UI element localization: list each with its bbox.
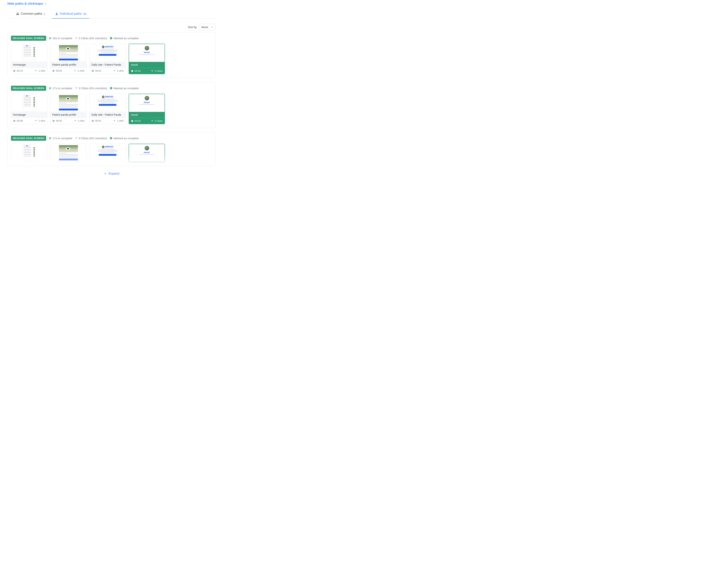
step-title: Homepage — [11, 62, 47, 68]
path-step[interactable]: Homepage00:141 click — [11, 44, 47, 74]
click-count: 3 Clicks (0% misclicks) — [75, 136, 107, 140]
step-title: Daily rate - Patient Panda — [90, 112, 126, 118]
time-to-complete: 17s to complete — [49, 87, 72, 90]
time-to-complete: 17s to complete — [49, 136, 72, 140]
paths-tabs: Common paths 1 Individual paths 30 — [7, 10, 216, 19]
svg-point-35 — [76, 120, 76, 120]
step-time: 00:03 — [131, 120, 141, 122]
path-step[interactable]: Hired!Hired!00:030 clicks — [129, 94, 165, 124]
svg-point-31 — [37, 120, 37, 120]
step-thumbnail — [11, 44, 47, 62]
step-thumbnail: Hired! — [129, 44, 165, 62]
tab-individual-count: 30 — [83, 12, 86, 16]
path-step[interactable]: Homepage00:091 click — [11, 94, 47, 124]
step-thumbnail: Hired! — [129, 144, 165, 162]
session-card: REACHED GOAL SCREEN17s to complete3 Clic… — [7, 82, 216, 128]
marked-complete: Marked as complete — [110, 37, 139, 40]
path-step[interactable]: $600USDDaily rate - Patient Panda00:011 … — [89, 44, 126, 74]
step-footer: 00:040 clicks — [129, 68, 165, 74]
step-time: 00:09 — [13, 119, 23, 122]
step-title: Homepage — [11, 112, 47, 118]
path-step[interactable]: Hired! — [129, 144, 165, 162]
step-thumbnail: $600USD — [90, 94, 126, 112]
tab-common-label: Common paths — [21, 12, 42, 16]
step-clicks: 0 clicks — [151, 69, 163, 72]
sessions-list: REACHED GOAL SCREEN20s to complete3 Clic… — [7, 32, 216, 166]
step-thumbnail: $600USD — [90, 144, 126, 162]
goal-badge: REACHED GOAL SCREEN — [11, 136, 46, 141]
svg-point-47 — [77, 137, 77, 137]
step-footer: 00:021 click — [90, 118, 126, 124]
step-time: 00:04 — [131, 69, 141, 72]
marked-complete: Marked as complete — [110, 136, 139, 140]
step-clicks: 1 click — [35, 69, 45, 72]
step-footer: 00:030 clicks — [129, 118, 165, 124]
step-clicks: 1 click — [35, 119, 45, 122]
path-step[interactable]: Patient panda profile00:021 click — [50, 44, 86, 74]
expand-button[interactable]: Expand — [7, 170, 216, 176]
sort-value: None — [202, 25, 208, 29]
path-step[interactable] — [50, 144, 86, 162]
path-step[interactable]: $600USDDaily rate - Patient Panda00:021 … — [89, 94, 126, 124]
expand-label: Expand — [109, 172, 119, 175]
session-header: REACHED GOAL SCREEN20s to complete3 Clic… — [11, 36, 212, 41]
marked-complete: Marked as complete — [110, 87, 139, 90]
step-time: 00:02 — [52, 69, 62, 72]
goal-badge: REACHED GOAL SCREEN — [11, 86, 46, 91]
svg-point-5 — [77, 37, 77, 37]
chevron-up-icon — [44, 2, 47, 5]
toggle-label: Hide paths & clickmaps — [7, 2, 43, 5]
session-card: REACHED GOAL SCREEN17s to complete3 Clic… — [7, 132, 216, 166]
step-clicks: 1 click — [74, 119, 84, 122]
path-step[interactable] — [11, 144, 47, 162]
sort-label: Sort by — [188, 25, 197, 29]
session-header: REACHED GOAL SCREEN17s to complete3 Clic… — [11, 136, 212, 141]
tab-common-paths[interactable]: Common paths 1 — [13, 10, 48, 19]
chevron-down-icon — [104, 172, 107, 175]
time-to-complete: 20s to complete — [49, 37, 72, 40]
step-time: 00:01 — [91, 69, 101, 72]
svg-point-0 — [17, 13, 18, 14]
step-thumbnail — [50, 94, 86, 112]
tab-individual-label: Individual paths — [60, 12, 82, 16]
svg-point-2 — [56, 13, 57, 14]
step-list: Homepage00:091 clickPatient panda profil… — [11, 94, 212, 124]
step-footer: 00:021 click — [50, 68, 86, 74]
svg-point-19 — [115, 70, 115, 70]
step-thumbnail — [11, 94, 47, 112]
path-step[interactable]: Hired!Hired!00:040 clicks — [129, 44, 165, 74]
svg-point-34 — [76, 120, 76, 120]
step-thumbnail: Hired! — [129, 94, 165, 112]
step-clicks: 1 click — [113, 119, 124, 122]
step-footer: 00:141 click — [11, 68, 47, 74]
step-footer: 00:091 click — [11, 118, 47, 124]
path-step[interactable]: Patient panda profile00:031 click — [50, 94, 86, 124]
svg-point-48 — [77, 138, 77, 138]
step-thumbnail — [11, 144, 47, 162]
svg-point-38 — [115, 120, 115, 120]
step-title: Daily rate - Patient Panda — [90, 62, 126, 68]
toggle-paths-clickmaps[interactable]: Hide paths & clickmaps — [7, 2, 47, 5]
svg-point-1 — [18, 13, 19, 14]
click-count: 3 Clicks (0% misclicks) — [75, 87, 107, 90]
sort-select[interactable]: None — [199, 24, 216, 30]
svg-point-40 — [115, 120, 115, 121]
step-footer: 00:011 click — [90, 68, 126, 74]
step-title: Patient panda profile — [50, 112, 86, 118]
step-title: Hired! — [129, 62, 165, 68]
step-thumbnail — [50, 44, 86, 62]
step-list: $600USDHired! — [11, 144, 212, 162]
session-header: REACHED GOAL SCREEN17s to complete3 Clic… — [11, 86, 212, 91]
tab-individual-paths[interactable]: Individual paths 30 — [52, 10, 89, 19]
step-clicks: 1 click — [74, 69, 84, 72]
tab-common-count: 1 — [44, 12, 45, 16]
svg-point-17 — [115, 70, 115, 70]
svg-point-13 — [76, 70, 76, 70]
person-icon — [55, 12, 58, 16]
goal-badge: REACHED GOAL SCREEN — [11, 36, 46, 41]
chevron-down-icon — [211, 26, 213, 28]
step-title: Patient panda profile — [50, 62, 86, 68]
people-icon — [16, 12, 19, 16]
path-step[interactable]: $600USD — [89, 144, 126, 162]
step-footer: 00:031 click — [50, 118, 86, 124]
